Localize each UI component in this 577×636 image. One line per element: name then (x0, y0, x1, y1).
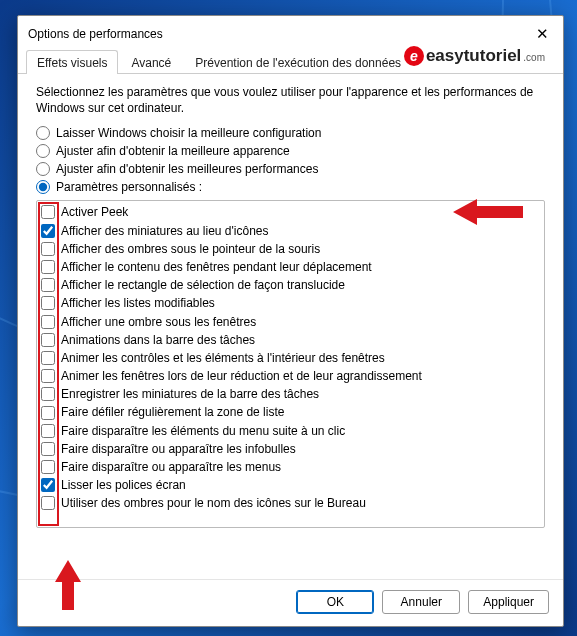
option-label-0: Activer Peek (61, 204, 128, 220)
option-label-2: Afficher des ombres sous le pointeur de … (61, 241, 320, 257)
option-row-9[interactable]: Animer les fenêtres lors de leur réducti… (41, 367, 540, 385)
option-row-7[interactable]: Animations dans la barre des tâches (41, 331, 540, 349)
option-row-0[interactable]: Activer Peek (41, 203, 540, 221)
tab-strip: Effets visuelsAvancéPrévention de l'exéc… (18, 49, 563, 74)
option-row-1[interactable]: Afficher des miniatures au lieu d'icônes (41, 222, 540, 240)
option-row-14[interactable]: Faire disparaître ou apparaître les menu… (41, 458, 540, 476)
option-label-1: Afficher des miniatures au lieu d'icônes (61, 223, 269, 239)
radio-option-1[interactable]: Ajuster afin d'obtenir la meilleure appa… (36, 144, 545, 158)
option-checkbox-15[interactable] (41, 478, 55, 492)
option-checkbox-8[interactable] (41, 351, 55, 365)
option-row-8[interactable]: Animer les contrôles et les éléments à l… (41, 349, 540, 367)
performance-options-dialog: Options de performances ✕ e easytutoriel… (17, 15, 564, 627)
radio-label-3: Paramètres personnalisés : (56, 180, 202, 194)
radio-label-2: Ajuster afin d'obtenir les meilleures pe… (56, 162, 318, 176)
option-row-13[interactable]: Faire disparaître ou apparaître les info… (41, 440, 540, 458)
option-label-13: Faire disparaître ou apparaître les info… (61, 441, 296, 457)
option-label-3: Afficher le contenu des fenêtres pendant… (61, 259, 372, 275)
radio-option-0[interactable]: Laisser Windows choisir la meilleure con… (36, 126, 545, 140)
option-label-15: Lisser les polices écran (61, 477, 186, 493)
intro-text: Sélectionnez les paramètres que vous vou… (36, 84, 545, 116)
option-checkbox-1[interactable] (41, 224, 55, 238)
radio-option-2[interactable]: Ajuster afin d'obtenir les meilleures pe… (36, 162, 545, 176)
option-checkbox-13[interactable] (41, 442, 55, 456)
tab-0[interactable]: Effets visuels (26, 50, 118, 74)
option-label-10: Enregistrer les miniatures de la barre d… (61, 386, 319, 402)
option-row-6[interactable]: Afficher une ombre sous les fenêtres (41, 313, 540, 331)
option-checkbox-14[interactable] (41, 460, 55, 474)
dialog-buttons: OK Annuler Appliquer (18, 579, 563, 626)
option-row-10[interactable]: Enregistrer les miniatures de la barre d… (41, 385, 540, 403)
option-checkbox-3[interactable] (41, 260, 55, 274)
radio-label-1: Ajuster afin d'obtenir la meilleure appa… (56, 144, 290, 158)
radio-group: Laisser Windows choisir la meilleure con… (36, 126, 545, 194)
option-label-8: Animer les contrôles et les éléments à l… (61, 350, 385, 366)
option-checkbox-9[interactable] (41, 369, 55, 383)
option-label-12: Faire disparaître les éléments du menu s… (61, 423, 345, 439)
option-checkbox-0[interactable] (41, 205, 55, 219)
option-row-4[interactable]: Afficher le rectangle de sélection de fa… (41, 276, 540, 294)
option-label-14: Faire disparaître ou apparaître les menu… (61, 459, 281, 475)
title-bar: Options de performances ✕ (18, 16, 563, 49)
option-row-3[interactable]: Afficher le contenu des fenêtres pendant… (41, 258, 540, 276)
radio-input-2[interactable] (36, 162, 50, 176)
radio-label-0: Laisser Windows choisir la meilleure con… (56, 126, 321, 140)
option-row-12[interactable]: Faire disparaître les éléments du menu s… (41, 422, 540, 440)
ok-button[interactable]: OK (296, 590, 374, 614)
option-label-7: Animations dans la barre des tâches (61, 332, 255, 348)
option-row-15[interactable]: Lisser les polices écran (41, 476, 540, 494)
option-label-6: Afficher une ombre sous les fenêtres (61, 314, 256, 330)
apply-button[interactable]: Appliquer (468, 590, 549, 614)
option-checkbox-12[interactable] (41, 424, 55, 438)
radio-input-0[interactable] (36, 126, 50, 140)
option-checkbox-16[interactable] (41, 496, 55, 510)
option-checkbox-7[interactable] (41, 333, 55, 347)
option-checkbox-11[interactable] (41, 406, 55, 420)
option-checkbox-2[interactable] (41, 242, 55, 256)
option-checkbox-4[interactable] (41, 278, 55, 292)
tab-2[interactable]: Prévention de l'exécution des données (184, 50, 412, 74)
radio-input-3[interactable] (36, 180, 50, 194)
option-row-16[interactable]: Utiliser des ombres pour le nom des icôn… (41, 494, 540, 512)
option-label-16: Utiliser des ombres pour le nom des icôn… (61, 495, 366, 511)
option-row-11[interactable]: Faire défiler régulièrement la zone de l… (41, 403, 540, 421)
tab-content-visual-effects: Sélectionnez les paramètres que vous vou… (18, 74, 563, 579)
option-checkbox-10[interactable] (41, 387, 55, 401)
option-checkbox-5[interactable] (41, 296, 55, 310)
dialog-title: Options de performances (28, 27, 532, 41)
option-checkbox-6[interactable] (41, 315, 55, 329)
option-label-5: Afficher les listes modifiables (61, 295, 215, 311)
tab-1[interactable]: Avancé (120, 50, 182, 74)
radio-option-3[interactable]: Paramètres personnalisés : (36, 180, 545, 194)
radio-input-1[interactable] (36, 144, 50, 158)
visual-effects-list[interactable]: Activer PeekAfficher des miniatures au l… (36, 200, 545, 528)
option-row-2[interactable]: Afficher des ombres sous le pointeur de … (41, 240, 540, 258)
option-label-4: Afficher le rectangle de sélection de fa… (61, 277, 345, 293)
option-row-5[interactable]: Afficher les listes modifiables (41, 294, 540, 312)
option-label-11: Faire défiler régulièrement la zone de l… (61, 404, 284, 420)
close-icon[interactable]: ✕ (532, 24, 553, 43)
option-label-9: Animer les fenêtres lors de leur réducti… (61, 368, 422, 384)
cancel-button[interactable]: Annuler (382, 590, 460, 614)
